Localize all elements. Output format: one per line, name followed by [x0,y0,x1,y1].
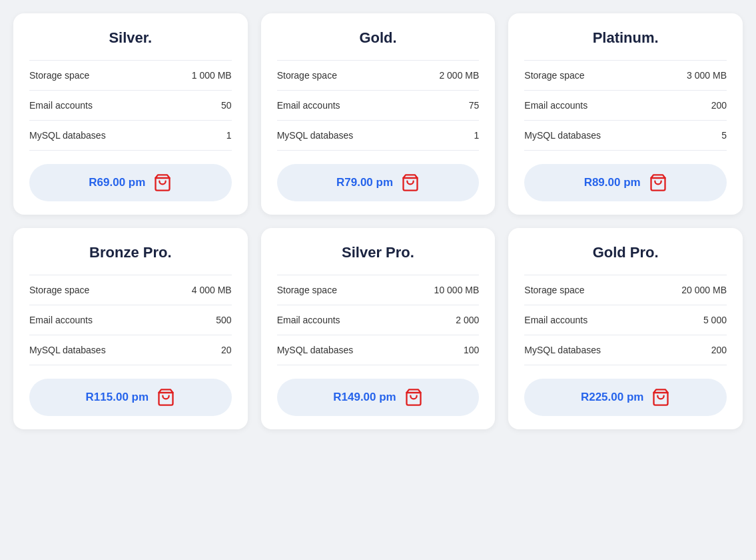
feature-row-gold-1: Email accounts75 [277,91,480,121]
title-platinum: Platinum. [524,29,727,61]
cart-icon [153,173,172,192]
feature-label-gold-pro-2: MySQL databases [524,345,601,355]
card-silver: Silver.Storage space1 000 MBEmail accoun… [13,13,248,215]
price-text-platinum: R89.00 pm [584,176,641,189]
feature-value-gold-pro-1: 5 000 [703,315,727,325]
price-text-gold-pro: R225.00 pm [581,391,644,404]
feature-label-silver-pro-2: MySQL databases [277,345,354,355]
feature-value-platinum-1: 200 [711,100,727,111]
feature-value-silver-2: 1 [226,130,232,141]
plans-grid: Silver.Storage space1 000 MBEmail accoun… [13,13,743,429]
feature-value-gold-0: 2 000 MB [439,70,479,81]
feature-row-bronze-pro-2: MySQL databases20 [29,335,232,365]
price-text-silver: R69.00 pm [89,176,145,189]
feature-row-platinum-1: Email accounts200 [524,91,727,121]
feature-value-bronze-pro-1: 500 [216,315,231,325]
feature-row-silver-pro-1: Email accounts2 000 [277,305,480,335]
cart-icon [649,173,667,192]
price-text-gold: R79.00 pm [336,176,393,189]
title-gold-pro: Gold Pro. [524,244,727,275]
card-gold-pro: Gold Pro.Storage space20 000 MBEmail acc… [508,228,743,429]
feature-value-gold-1: 75 [469,100,480,111]
price-button-gold[interactable]: R79.00 pm [277,164,480,201]
feature-label-platinum-2: MySQL databases [524,130,601,141]
feature-value-silver-pro-2: 100 [464,345,479,355]
feature-row-silver-2: MySQL databases1 [29,121,232,151]
feature-row-platinum-0: Storage space3 000 MB [524,61,727,91]
feature-label-gold-1: Email accounts [277,100,340,111]
feature-value-gold-pro-2: 200 [711,345,727,355]
feature-value-platinum-2: 5 [721,130,727,141]
feature-label-gold-pro-1: Email accounts [524,315,587,325]
card-gold: Gold.Storage space2 000 MBEmail accounts… [261,13,496,215]
title-silver: Silver. [29,29,232,61]
feature-label-bronze-pro-2: MySQL databases [29,345,106,355]
card-bronze-pro: Bronze Pro.Storage space4 000 MBEmail ac… [13,228,248,429]
feature-value-bronze-pro-2: 20 [221,345,232,355]
feature-label-silver-pro-0: Storage space [277,285,337,295]
price-button-silver[interactable]: R69.00 pm [29,164,232,201]
feature-label-silver-1: Email accounts [29,100,93,111]
feature-label-platinum-0: Storage space [524,70,584,81]
feature-row-silver-pro-2: MySQL databases100 [277,335,480,365]
feature-label-silver-pro-1: Email accounts [277,315,340,325]
price-text-bronze-pro: R115.00 pm [86,391,149,404]
price-button-bronze-pro[interactable]: R115.00 pm [29,379,232,416]
feature-label-silver-2: MySQL databases [29,130,106,141]
feature-label-bronze-pro-0: Storage space [29,285,89,295]
feature-label-platinum-1: Email accounts [524,100,587,111]
card-platinum: Platinum.Storage space3 000 MBEmail acco… [508,13,743,215]
feature-row-gold-0: Storage space2 000 MB [277,61,480,91]
feature-row-gold-pro-0: Storage space20 000 MB [524,275,727,305]
price-button-gold-pro[interactable]: R225.00 pm [524,379,727,416]
feature-value-silver-pro-0: 10 000 MB [434,285,480,295]
title-silver-pro: Silver Pro. [277,244,480,275]
feature-value-platinum-0: 3 000 MB [687,70,727,81]
feature-row-gold-pro-1: Email accounts5 000 [524,305,727,335]
cart-icon [651,388,670,407]
feature-value-bronze-pro-0: 4 000 MB [192,285,232,295]
price-button-silver-pro[interactable]: R149.00 pm [277,379,480,416]
feature-label-silver-0: Storage space [29,70,89,81]
title-bronze-pro: Bronze Pro. [29,244,232,275]
feature-row-silver-0: Storage space1 000 MB [29,61,232,91]
cart-icon [157,388,175,407]
feature-value-gold-2: 1 [474,130,480,141]
feature-label-gold-2: MySQL databases [277,130,354,141]
feature-value-silver-0: 1 000 MB [192,70,232,81]
feature-row-bronze-pro-1: Email accounts500 [29,305,232,335]
feature-value-gold-pro-0: 20 000 MB [681,285,727,295]
title-gold: Gold. [277,29,480,61]
feature-row-silver-1: Email accounts50 [29,91,232,121]
price-button-platinum[interactable]: R89.00 pm [524,164,727,201]
feature-row-gold-pro-2: MySQL databases200 [524,335,727,365]
cart-icon [401,173,420,192]
feature-label-gold-0: Storage space [277,70,337,81]
feature-row-gold-2: MySQL databases1 [277,121,480,151]
feature-row-silver-pro-0: Storage space10 000 MB [277,275,480,305]
card-silver-pro: Silver Pro.Storage space10 000 MBEmail a… [261,228,496,429]
price-text-silver-pro: R149.00 pm [333,391,396,404]
feature-value-silver-1: 50 [221,100,232,111]
feature-row-platinum-2: MySQL databases5 [524,121,727,151]
feature-label-gold-pro-0: Storage space [524,285,584,295]
cart-icon [404,388,423,407]
feature-row-bronze-pro-0: Storage space4 000 MB [29,275,232,305]
feature-value-silver-pro-1: 2 000 [456,315,479,325]
feature-label-bronze-pro-1: Email accounts [29,315,93,325]
